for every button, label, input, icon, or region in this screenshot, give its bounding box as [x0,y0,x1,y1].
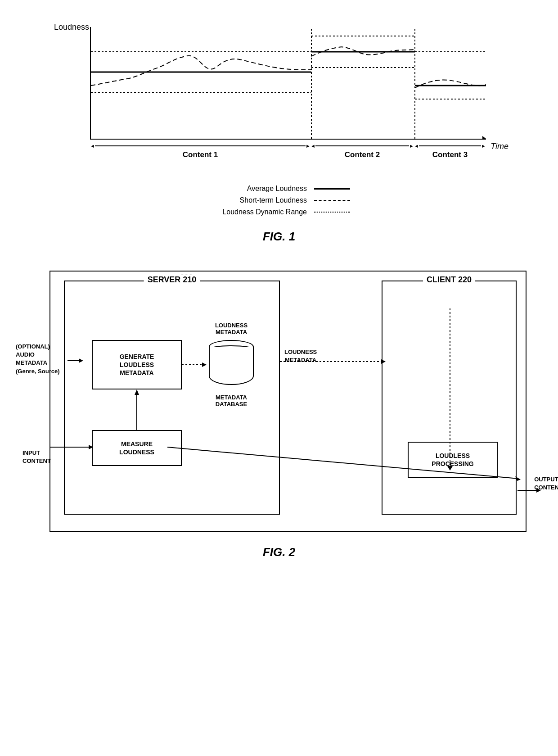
generate-block-text: GENERATE LOUDLESS METADATA [120,353,154,377]
chart-container: Loudness Time [54,27,504,171]
x-axis-label: Time [490,142,508,151]
cylinder-icon [209,340,254,389]
dynamic-line-icon [314,212,350,213]
content1-label: Content 1 [183,150,218,159]
legend: Average Loudness Short-term Loudness Lou… [27,185,531,216]
measure-block: MEASURE LOUDNESS [92,430,182,466]
legend-average: Average Loudness [208,185,350,193]
fig2-section: 200 ⌐ SERVER 210 GENERATE LOUDLESS METAD… [27,271,531,559]
svg-marker-13 [135,389,139,395]
legend-shortterm-label: Short-term Loudness [208,196,307,204]
fig2-title: FIG. 2 [27,545,531,559]
client-arrows-svg [382,281,516,514]
legend-dynamic-label: Loudness Dynamic Range [208,208,307,216]
content3-label: Content 3 [432,150,468,159]
content-labels: ◄ ► Content 1 ◄ ► Content 2 [90,143,486,159]
server-label: SERVER 210 [144,275,200,285]
metadata-database: LOUDNESS METADATA METADATA DATABASE [204,340,258,398]
legend-shortterm: Short-term Loudness [208,196,350,204]
chart-svg [91,27,487,140]
content2-label: Content 2 [345,150,380,159]
loudness-metadata-label-server: LOUDNESS METADATA [215,322,248,335]
fig1-section: Loudness Time [27,27,531,244]
legend-dynamic: Loudness Dynamic Range [208,208,350,216]
database-label: METADATA DATABASE [204,394,258,407]
loudless-block-text: LOUDLESS PROCESSING [432,452,473,468]
client-label: CLIENT 220 [423,275,475,285]
loudness-metadata-mid-label: LOUDNESS METADATA [284,348,317,364]
output-content-label: OUTPUT CONTENT [534,475,558,492]
y-axis-label: Loudness [54,23,89,32]
legend-average-label: Average Loudness [208,185,307,193]
generate-block: GENERATE LOUDLESS METADATA [92,340,182,389]
server-box: SERVER 210 GENERATE LOUDLESS METADATA ME… [64,281,280,515]
average-line-icon [314,188,350,190]
loudless-processing-block: LOUDLESS PROCESSING [408,442,498,478]
chart-area: Time [90,27,486,140]
measure-block-text: MEASURE LOUDNESS [119,440,154,456]
page: Loudness Time [0,0,558,577]
svg-marker-11 [482,136,486,140]
diagram-wrapper: 200 ⌐ SERVER 210 GENERATE LOUDLESS METAD… [32,271,526,532]
optional-audio-label: (OPTIONAL) AUDIO METADATA (Genre, Source… [16,343,60,376]
client-box: CLIENT 220 LOUDLESS PROCESSING [382,281,517,515]
fig1-title: FIG. 1 [27,230,531,244]
shortterm-line-icon [314,200,350,201]
outer-box: SERVER 210 GENERATE LOUDLESS METADATA ME… [50,271,526,532]
input-content-label: INPUT CONTENT [22,449,51,465]
